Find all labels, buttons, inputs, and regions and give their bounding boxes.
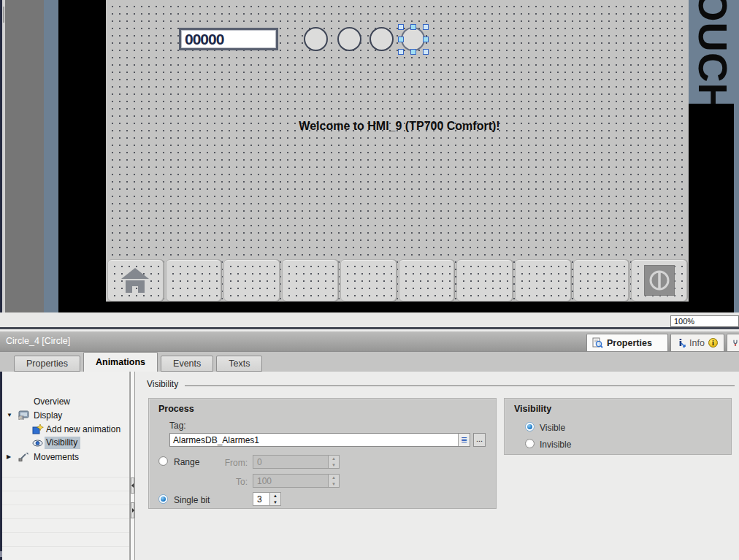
section-divider [185,386,735,386]
tab-texts[interactable]: Texts [216,356,262,372]
visible-radio[interactable] [525,422,535,431]
function-key-4[interactable] [282,259,338,302]
resize-handle-sw[interactable] [398,49,404,55]
visible-label: Visible [540,423,565,433]
io-field-object[interactable]: 00000 [179,28,278,50]
tree-item-visibility[interactable]: Visibility [2,436,129,450]
single-bit-input[interactable]: 3 [253,492,270,506]
resize-handle-nw[interactable] [398,24,404,30]
movements-icon [18,452,28,461]
zoom-level-select[interactable]: 100% [670,315,739,327]
function-key-9[interactable] [573,259,629,302]
home-icon [119,266,151,295]
tab-properties[interactable]: Properties [14,356,80,372]
single-bit-spinner[interactable]: ▲ ▼ [270,492,281,506]
from-spinner[interactable]: ▲ ▼ [329,455,340,469]
circle-object-1[interactable] [304,27,328,51]
resize-handle-se[interactable] [423,49,429,55]
splitter-collapse-left-button[interactable] [131,477,134,494]
panel-splitter[interactable] [130,372,135,560]
circle-object-3[interactable] [370,27,394,51]
tree-item-add-new-animation[interactable]: Add new animation [2,422,129,436]
caret-right-icon[interactable]: ▶ [7,453,11,460]
caret-down-icon[interactable]: ▼ [7,412,12,418]
spinner-up-icon[interactable]: ▲ [329,456,339,462]
selection-handles[interactable] [398,24,429,55]
eye-icon [32,440,43,447]
visibility-settings-pane: Visibility Process Tag: ≣ ... Range From… [135,372,739,560]
to-input[interactable]: 100 [253,474,329,488]
tag-browse-button[interactable]: ... [473,433,486,447]
tia-portal-window: 00000 Welcome to HMI_9 (TP700 Comfort)! [0,0,739,560]
from-label: From: [204,458,248,468]
tree-item-movements[interactable]: ▶ Movements [2,450,129,464]
visibility-group: Visibility Visible Invisible [504,398,732,455]
to-spinner[interactable]: ▲ ▼ [329,474,340,488]
info-icon [676,338,686,348]
workspace-margin [5,0,44,312]
splitter-collapse-right-button[interactable] [131,502,134,518]
single-bit-field: 3 ▲ ▼ [253,492,281,506]
to-label: To: [204,477,248,487]
tag-label: Tag: [169,421,186,431]
function-key-home[interactable] [107,259,164,302]
inspector-content: Overview ▼ ok Display [0,372,739,560]
workspace-background [44,0,58,312]
inspector-nav-tabs: Properties Animations Events Texts [0,351,739,372]
brand-text: OUCH [692,0,734,104]
svg-text:ok: ok [20,416,24,420]
resize-handle-w[interactable] [398,37,404,42]
function-key-power[interactable] [631,259,687,302]
resize-handle-s[interactable] [410,49,416,55]
display-icon: ok [18,410,29,420]
function-key-2[interactable] [166,259,222,302]
inspector-title: Circle_4 [Circle] [6,336,70,346]
panel-bezel-left [58,0,106,312]
spinner-down-icon[interactable]: ▼ [270,499,280,506]
screen-canvas[interactable]: 00000 Welcome to HMI_9 (TP700 Comfort)! [106,0,689,302]
resize-handle-ne[interactable] [423,24,429,30]
single-bit-label: Single bit [174,495,210,505]
inspector-title-bar: Circle_4 [Circle] Properties Info i [0,331,739,351]
process-group: Process Tag: ≣ ... Range From: 0 ▲ ▼ [148,398,497,509]
resize-handle-e[interactable] [423,37,429,42]
side-tab-info[interactable]: Info i [670,334,724,351]
animation-tree: Overview ▼ ok Display [2,372,130,560]
function-key-6[interactable] [399,259,455,302]
visibility-group-title: Visibility [514,404,551,414]
function-key-7[interactable] [456,259,513,302]
function-key-5[interactable] [340,259,397,302]
workspace-right-strip [734,0,739,312]
invisible-radio[interactable] [525,439,535,448]
single-bit-radio[interactable] [158,494,168,504]
tag-input[interactable] [170,435,458,445]
resize-handle-n[interactable] [410,24,416,30]
function-key-bar [107,259,687,302]
tag-list-icon[interactable]: ≣ [458,434,470,446]
tab-events[interactable]: Events [161,356,213,372]
side-tab-diagnostics[interactable] [727,334,739,351]
function-key-3[interactable] [223,259,280,302]
welcome-text-object[interactable]: Welcome to HMI_9 (TP700 Comfort)! [253,120,545,133]
from-input[interactable]: 0 [253,455,329,469]
spinner-up-icon[interactable]: ▲ [329,475,339,481]
range-radio[interactable] [158,456,168,466]
side-tab-properties[interactable]: Properties [586,334,668,351]
io-field-value: 00000 [181,31,223,48]
section-header: Visibility [147,379,178,389]
function-key-8[interactable] [515,259,571,302]
spinner-down-icon[interactable]: ▼ [329,481,339,488]
power-icon [644,265,675,296]
range-label: Range [174,457,199,467]
tree-item-overview[interactable]: Overview [2,394,129,408]
spinner-up-icon[interactable]: ▲ [270,493,280,499]
tab-animations[interactable]: Animations [83,352,158,372]
properties-icon [592,337,603,348]
tree-item-display[interactable]: ▼ ok Display [2,408,129,422]
circle-object-2[interactable] [337,27,361,51]
spinner-down-icon[interactable]: ▼ [329,462,339,469]
diagnostics-icon [732,338,738,348]
to-field: 100 ▲ ▼ [253,474,340,488]
tag-field[interactable]: ≣ [169,433,470,447]
panel-bezel-brand: OUCH [689,0,739,104]
